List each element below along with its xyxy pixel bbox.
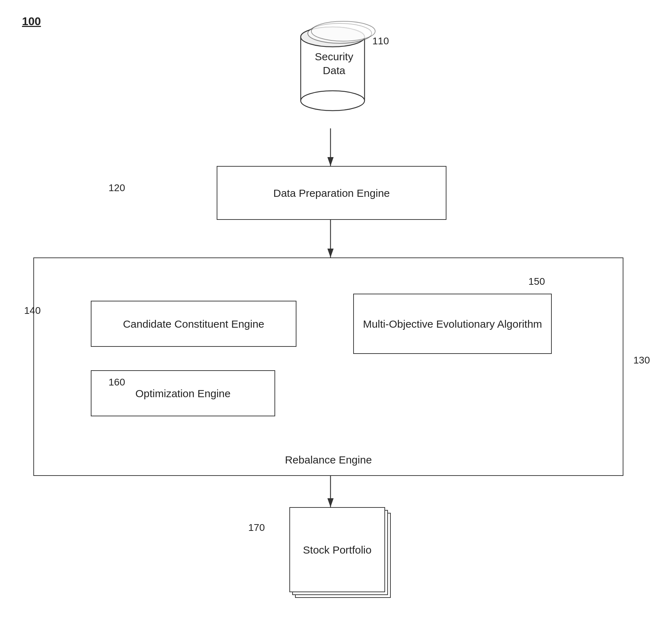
ref-140: 140	[24, 305, 41, 316]
svg-point-11	[311, 21, 375, 41]
candidate-box: Candidate Constituent Engine	[91, 301, 296, 347]
stock-portfolio-box: Stock Portfolio	[289, 507, 385, 592]
ref-130: 130	[633, 355, 650, 366]
outer-rebalance-box: Candidate Constituent Engine Multi-Objec…	[33, 257, 623, 476]
diagram: 100 110 Security Data Data Preparat	[0, 0, 661, 644]
main-ref-label: 100	[22, 15, 41, 28]
data-prep-box: Data Preparation Engine	[217, 166, 446, 220]
moea-box: Multi-Objective Evolutionary Algorithm	[353, 294, 552, 354]
data-prep-label: Data Preparation Engine	[273, 186, 390, 200]
rebalance-label: Rebalance Engine	[285, 454, 372, 466]
ref-110: 110	[372, 35, 389, 47]
moea-label: Multi-Objective Evolutionary Algorithm	[363, 317, 542, 331]
ref-120: 120	[109, 182, 125, 194]
candidate-label: Candidate Constituent Engine	[123, 317, 265, 331]
stock-portfolio-label: Stock Portfolio	[303, 543, 371, 557]
ref-160: 160	[109, 377, 125, 388]
optimization-label: Optimization Engine	[135, 387, 230, 400]
ref-170: 170	[248, 522, 265, 533]
security-data-label: Security Data	[306, 50, 362, 77]
ref-150: 150	[528, 276, 545, 287]
svg-point-8	[301, 91, 365, 111]
